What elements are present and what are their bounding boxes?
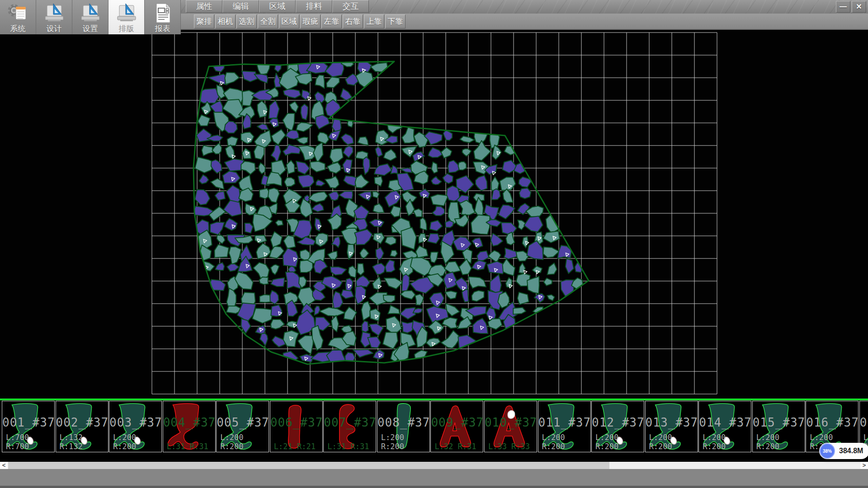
tool-align-left-button[interactable]: 左靠 xyxy=(321,14,342,28)
main-tab-settings[interactable]: 设置 xyxy=(72,0,108,34)
thumbnail-cell[interactable]: 008_#37L:200 R:200 xyxy=(377,401,430,452)
menu-edit[interactable]: 编辑 xyxy=(222,0,259,13)
piece-shape xyxy=(592,401,644,452)
thumbnail-cell[interactable]: 013_#37L:200 R:200 xyxy=(645,401,698,452)
tool-button-row: 聚排相机选割全割区域瑕疵左靠右靠上靠下靠 xyxy=(194,14,406,28)
thumbnail-cell[interactable]: 004_#37L:31 R:31 xyxy=(163,401,216,452)
main-tab-design[interactable]: 设计 xyxy=(36,0,72,34)
strip-scrollbar[interactable]: < > xyxy=(0,462,868,469)
menu-nesting[interactable]: 排料 xyxy=(296,0,332,13)
tool-select-cut-button[interactable]: 选割 xyxy=(236,14,257,28)
scroll-right-button[interactable]: > xyxy=(860,462,868,469)
menu-region[interactable]: 区域 xyxy=(259,0,296,13)
strip-highlight-line xyxy=(0,399,868,400)
piece-shape xyxy=(2,401,54,452)
main-tab-report[interactable]: 报表 xyxy=(145,0,181,34)
canvas-svg[interactable] xyxy=(0,30,868,399)
ruler-laptop-icon xyxy=(115,3,138,24)
tab-label: 报表 xyxy=(155,24,170,33)
thumbnail-cell[interactable]: 009_#37L:32 R:31 xyxy=(430,401,483,452)
tool-cluster-nest-button[interactable]: 聚排 xyxy=(194,14,214,28)
tool-cut-all-button[interactable]: 全割 xyxy=(258,14,278,28)
main-tab-layout[interactable]: 排版 xyxy=(108,0,145,34)
piece-shape xyxy=(109,401,161,452)
nested-pieces xyxy=(189,57,584,366)
piece-shape xyxy=(270,401,322,452)
mode-tab-bar: 系统设计设置排版报表 xyxy=(0,0,181,34)
tool-camera-button[interactable]: 相机 xyxy=(215,14,236,28)
tool-align-bottom-button[interactable]: 下靠 xyxy=(385,14,406,28)
thumbnail-cell[interactable]: 005_#37L:200 R:200 xyxy=(216,401,269,452)
tab-label: 设计 xyxy=(47,24,62,33)
thumbnail-cell[interactable]: 010_#37L:33 R:33 xyxy=(484,401,537,452)
thumbnail-cell[interactable]: 014_#37L:200 R:200 xyxy=(698,401,751,452)
tab-label: 设置 xyxy=(83,24,98,33)
thumbnail-cell[interactable]: 001_#37L:700 R:700 xyxy=(2,401,55,452)
piece-shape xyxy=(699,401,751,452)
main-tab-system[interactable]: 系统 xyxy=(0,0,36,34)
progress-circle: 38% xyxy=(820,443,835,459)
memory-usage-badge[interactable]: 38% 384.8M xyxy=(819,443,868,459)
menu-interact[interactable]: 交互 xyxy=(332,0,369,13)
thumbnail-cell[interactable]: 006_#37L:21 R:21 xyxy=(270,401,323,452)
piece-shape xyxy=(538,401,590,452)
piece-shape xyxy=(377,401,429,452)
thumbnail-cell[interactable]: 011_#37L:200 R:200 xyxy=(538,401,591,452)
tab-label: 排版 xyxy=(119,24,134,33)
menu-bar: 属性编辑区域排料交互 xyxy=(186,0,369,14)
ruler-laptop-icon xyxy=(42,3,66,24)
piece-shape xyxy=(646,401,698,452)
piece-shape xyxy=(753,401,805,452)
thumbnail-cell[interactable]: 007_#37L:31 R:31 xyxy=(323,401,376,452)
tool-defect-button[interactable]: 瑕疵 xyxy=(300,14,321,28)
thumbnail-cell[interactable]: 015_#37L:200 R:200 xyxy=(752,401,805,452)
thumbnail-cell[interactable]: 003_#37L:200 R:200 xyxy=(109,401,162,452)
piece-shape xyxy=(163,401,215,452)
piece-shape xyxy=(431,401,483,452)
piece-shape xyxy=(324,401,376,452)
ruler-laptop-icon xyxy=(79,3,102,24)
thumbnail-cell[interactable]: 012_#37L:200 R:200 xyxy=(591,401,644,452)
piece-shape xyxy=(217,401,269,452)
tool-align-right-button[interactable]: 右靠 xyxy=(343,14,363,28)
thumbnail-cell[interactable]: 002_#37L:132 R:132 xyxy=(56,401,108,452)
window-controls: — ✕ xyxy=(836,1,866,13)
piece-thumbnail-strip: 001_#37L:700 R:700002_#37L:132 R:132003_… xyxy=(0,399,868,462)
scrollbar-thumb[interactable] xyxy=(8,462,609,469)
status-bar xyxy=(0,469,868,488)
tool-region-button[interactable]: 区域 xyxy=(279,14,299,28)
close-button[interactable]: ✕ xyxy=(852,1,866,13)
menu-properties[interactable]: 属性 xyxy=(186,0,222,13)
report-doc-icon xyxy=(151,3,175,24)
application-window: 属性编辑区域排料交互 — ✕ 聚排相机选割全割区域瑕疵左靠右靠上靠下靠 系统设计… xyxy=(0,0,868,488)
memory-size-label: 384.8M xyxy=(835,447,868,455)
scroll-left-button[interactable]: < xyxy=(0,462,8,469)
nesting-canvas[interactable] xyxy=(0,30,868,399)
piece-shape xyxy=(56,401,108,452)
tab-label: 系统 xyxy=(10,24,26,33)
piece-shape xyxy=(485,401,537,452)
minimize-button[interactable]: — xyxy=(836,1,850,13)
gear-notebook-icon xyxy=(6,3,30,24)
tool-align-top-button[interactable]: 上靠 xyxy=(364,14,384,28)
